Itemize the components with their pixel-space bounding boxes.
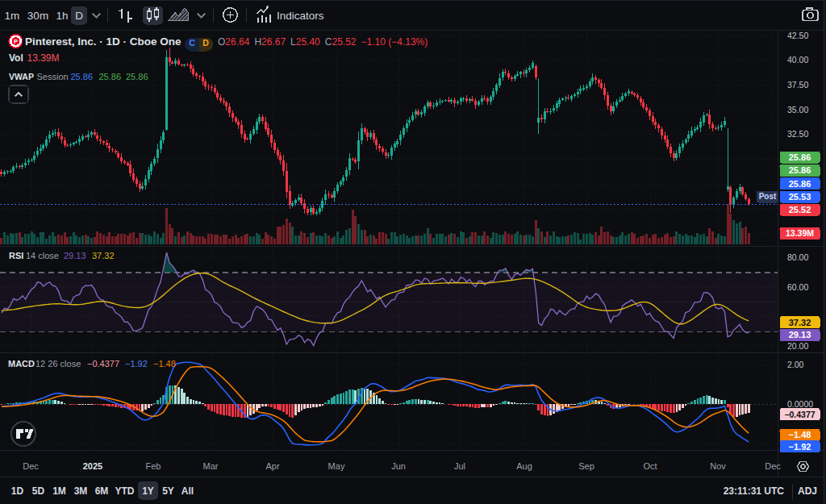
svg-text:Pinterest, Inc. · 1D · Cboe On: Pinterest, Inc. · 1D · Cboe One [25,35,181,48]
svg-text:Jul: Jul [454,461,465,471]
svg-text:25.53: 25.53 [789,192,811,202]
svg-text:37.32: 37.32 [789,318,811,327]
svg-text:1M: 1M [52,485,66,497]
svg-text:37.32: 37.32 [92,251,115,260]
svg-text:42.50: 42.50 [787,31,808,40]
svg-text:80.00: 80.00 [787,252,808,262]
svg-text:25.86: 25.86 [71,72,94,81]
svg-text:1D: 1D [11,485,24,497]
svg-text:5D: 5D [32,485,45,497]
svg-text:13.39M: 13.39M [27,52,60,64]
svg-text:P: P [14,38,18,45]
svg-text:37.50: 37.50 [787,80,808,90]
svg-text:Post: Post [759,192,777,201]
svg-text:60.00: 60.00 [787,282,808,292]
svg-text:20.00: 20.00 [787,341,808,351]
svg-text:1Y: 1Y [142,485,154,497]
svg-text:Sep: Sep [578,461,594,471]
svg-text:2.00: 2.00 [787,360,804,369]
svg-text:Vol: Vol [9,52,23,64]
svg-text:−1.92: −1.92 [789,442,811,452]
svg-text:23:11:31 UTC: 23:11:31 UTC [724,485,785,497]
svg-text:RSI: RSI [9,251,23,260]
svg-text:5Y: 5Y [162,485,174,497]
svg-text:Dec: Dec [765,461,781,471]
svg-text:VWAP: VWAP [9,72,34,81]
svg-text:32.50: 32.50 [787,129,808,139]
svg-text:14 close: 14 close [26,251,59,260]
svg-text:25.86: 25.86 [99,72,122,81]
svg-text:25.86: 25.86 [789,152,811,162]
svg-text:40.00: 40.00 [787,55,808,65]
svg-text:ADJ: ADJ [798,485,817,497]
svg-text:1m: 1m [5,10,20,22]
svg-text:YTD: YTD [115,485,135,497]
svg-text:Dec: Dec [23,461,39,471]
svg-text:−0.4377: −0.4377 [87,359,119,369]
svg-text:D: D [75,10,83,22]
svg-text:Nov: Nov [710,461,726,471]
svg-text:25.86: 25.86 [126,72,148,81]
svg-text:29.13: 29.13 [789,330,811,339]
svg-text:29.13: 29.13 [64,251,86,260]
svg-text:3M: 3M [74,485,88,497]
svg-text:Mar: Mar [203,461,219,471]
svg-text:35.00: 35.00 [787,105,808,115]
svg-text:MACD: MACD [8,359,35,369]
svg-text:Oct: Oct [643,461,657,471]
svg-text:Aug: Aug [516,461,532,471]
svg-text:−0.4377: −0.4377 [784,410,815,419]
svg-text:Jun: Jun [391,461,406,471]
svg-text:−1.48: −1.48 [153,359,176,369]
svg-text:12 26 close: 12 26 close [35,359,81,369]
svg-text:Indicators: Indicators [277,10,324,22]
svg-text:30m: 30m [27,10,48,22]
svg-text:25.86: 25.86 [789,165,811,175]
svg-text:0.0000: 0.0000 [787,399,813,409]
svg-text:1h: 1h [56,10,68,22]
svg-text:25.52: 25.52 [789,205,811,215]
svg-text:13.39M: 13.39M [786,228,814,238]
svg-text:−1.92: −1.92 [125,359,148,369]
svg-text:Apr: Apr [265,461,279,471]
svg-text:−1.48: −1.48 [789,430,811,439]
svg-text:Feb: Feb [146,461,161,471]
svg-text:All: All [181,485,194,497]
svg-text:C: C [189,38,195,48]
svg-text:May: May [328,461,345,471]
svg-text:25.86: 25.86 [789,179,811,189]
svg-text:Session: Session [37,72,69,81]
svg-text:6M: 6M [95,485,109,497]
svg-text:D: D [202,38,209,48]
svg-text:2025: 2025 [83,461,102,471]
